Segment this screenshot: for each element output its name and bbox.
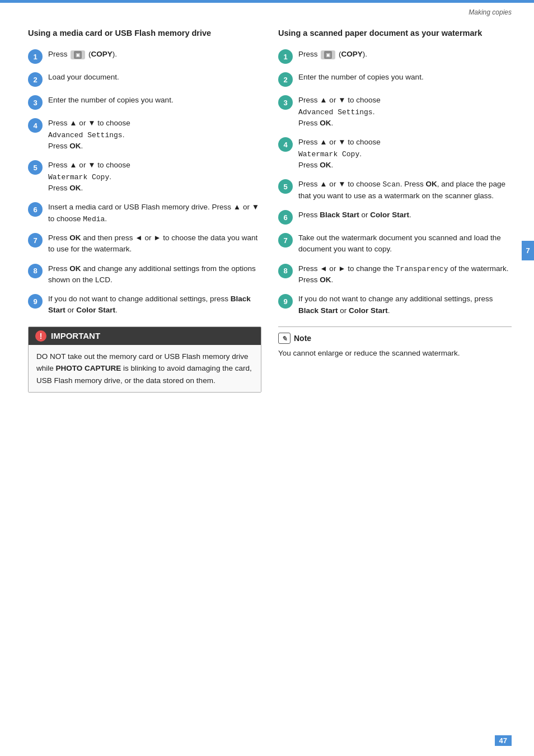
step-text-r3: Press ▲ or ▼ to choose Advanced Settings… bbox=[298, 95, 381, 129]
step-text-r9: If you do not want to change any additio… bbox=[298, 293, 512, 316]
step-badge-3: 3 bbox=[28, 95, 43, 110]
list-item: 1 Press ▣ (COPY). bbox=[278, 49, 512, 64]
list-item: 4 Press ▲ or ▼ to choose Watermark Copy.… bbox=[278, 137, 512, 171]
copy-button-icon-r: ▣ bbox=[321, 50, 335, 59]
copy-label-r: COPY bbox=[341, 50, 363, 58]
list-item: 9 If you do not want to change additiona… bbox=[28, 293, 261, 316]
step-text-6: Insert a media card or USB Flash memory … bbox=[48, 202, 261, 225]
note-body: You cannot enlarge or reduce the scanned… bbox=[278, 347, 512, 360]
important-icon: ! bbox=[35, 330, 46, 342]
step-text-r5: Press ▲ or ▼ to choose Scan. Press OK, a… bbox=[298, 179, 512, 202]
list-item: 1 Press ▣ (COPY). bbox=[28, 49, 261, 64]
mono-watermark-copy: Watermark Copy bbox=[48, 173, 109, 181]
left-section-title: Using a media card or USB Flash memory d… bbox=[28, 27, 261, 39]
page-footer: 47 bbox=[495, 736, 512, 745]
list-item: 8 Press OK and change any additional set… bbox=[28, 263, 261, 286]
important-header: ! IMPORTANT bbox=[29, 327, 261, 345]
list-item: 7 Take out the watermark document you sc… bbox=[278, 232, 512, 255]
right-step-list: 1 Press ▣ (COPY). 2 Enter the number of … bbox=[278, 49, 512, 316]
list-item: 2 Load your document. bbox=[28, 72, 261, 87]
list-item: 9 If you do not want to change any addit… bbox=[278, 293, 512, 316]
mono-transparency: Transparency bbox=[396, 265, 448, 273]
step-badge-7: 7 bbox=[28, 233, 43, 248]
list-item: 3 Enter the number of copies you want. bbox=[28, 95, 261, 110]
copy-btn-inner-icon: ▣ bbox=[74, 51, 82, 59]
list-item: 5 Press ▲ or ▼ to choose Watermark Copy.… bbox=[28, 160, 261, 194]
step-badge-r1: 1 bbox=[278, 49, 293, 64]
step-badge-9: 9 bbox=[28, 294, 43, 309]
right-section: Using a scanned paper document as your w… bbox=[278, 27, 512, 393]
list-item: 4 Press ▲ or ▼ to choose Advanced Settin… bbox=[28, 118, 261, 152]
step-text-5: Press ▲ or ▼ to choose Watermark Copy. P… bbox=[48, 160, 130, 194]
step-badge-4: 4 bbox=[28, 118, 43, 133]
step-text-r7: Take out the watermark document you scan… bbox=[298, 232, 512, 255]
left-step-list: 1 Press ▣ (COPY). 2 Load your document. … bbox=[28, 49, 261, 316]
step-text-9: If you do not want to change additional … bbox=[48, 293, 261, 316]
list-item: 6 Press Black Start or Color Start. bbox=[278, 209, 512, 225]
mono-watermark-copy-r: Watermark Copy bbox=[298, 150, 359, 158]
ok-label: OK bbox=[69, 142, 81, 150]
step-text-4: Press ▲ or ▼ to choose Advanced Settings… bbox=[48, 118, 130, 152]
step-text-1: Press ▣ (COPY). bbox=[48, 49, 117, 60]
step-text-r1: Press ▣ (COPY). bbox=[298, 49, 367, 60]
page-tab-number: 7 bbox=[522, 241, 534, 260]
important-title: IMPORTANT bbox=[51, 331, 100, 340]
ok-label-5: OK bbox=[69, 184, 81, 192]
step-text-7: Press OK and then press ◄ or ► to choose… bbox=[48, 232, 261, 255]
step-badge-r3: 3 bbox=[278, 95, 293, 110]
step-badge-2: 2 bbox=[28, 72, 43, 87]
header-text: Making copies bbox=[469, 8, 512, 16]
page-header: Making copies bbox=[0, 3, 534, 16]
step-badge-r7: 7 bbox=[278, 233, 293, 248]
step-badge-r9: 9 bbox=[278, 294, 293, 309]
step-badge-8: 8 bbox=[28, 264, 43, 278]
step-badge-6: 6 bbox=[28, 202, 43, 217]
note-label: Note bbox=[294, 334, 311, 343]
step-badge-r8: 8 bbox=[278, 264, 293, 278]
copy-button-icon: ▣ bbox=[71, 50, 85, 59]
copy-label: COPY bbox=[91, 50, 113, 58]
important-box: ! IMPORTANT DO NOT take out the memory c… bbox=[28, 326, 261, 393]
step-text-r6: Press Black Start or Color Start. bbox=[298, 209, 411, 221]
left-section: Using a media card or USB Flash memory d… bbox=[28, 27, 261, 393]
list-item: 6 Insert a media card or USB Flash memor… bbox=[28, 202, 261, 225]
list-item: 7 Press OK and then press ◄ or ► to choo… bbox=[28, 232, 261, 255]
step-text-8: Press OK and change any additional setti… bbox=[48, 263, 261, 286]
step-text-3: Enter the number of copies you want. bbox=[48, 95, 174, 106]
step-text-2: Load your document. bbox=[48, 72, 119, 83]
mono-media: Media bbox=[83, 215, 105, 223]
step-badge-r6: 6 bbox=[278, 210, 293, 225]
mono-adv-settings-r: Advanced Settings bbox=[298, 108, 373, 116]
copy-btn-inner-icon-r: ▣ bbox=[324, 51, 332, 59]
note-header: Note bbox=[278, 333, 512, 344]
step-badge-r4: 4 bbox=[278, 137, 293, 152]
mono-advanced-settings: Advanced Settings bbox=[48, 131, 123, 139]
list-item: 8 Press ◄ or ► to change the Transparenc… bbox=[278, 263, 512, 286]
step-text-r8: Press ◄ or ► to change the Transparency … bbox=[298, 263, 512, 286]
step-text-r4: Press ▲ or ▼ to choose Watermark Copy. P… bbox=[298, 137, 381, 171]
step-badge-r5: 5 bbox=[278, 179, 293, 194]
list-item: 3 Press ▲ or ▼ to choose Advanced Settin… bbox=[278, 95, 512, 129]
step-text-r2: Enter the number of copies you want. bbox=[298, 72, 424, 83]
note-icon bbox=[278, 333, 291, 344]
important-body: DO NOT take out the memory card or USB F… bbox=[29, 345, 261, 393]
step-badge-1: 1 bbox=[28, 49, 43, 64]
right-section-title: Using a scanned paper document as your w… bbox=[278, 27, 512, 39]
mono-scan: Scan bbox=[383, 180, 400, 189]
step-badge-5: 5 bbox=[28, 160, 43, 175]
step-badge-r2: 2 bbox=[278, 72, 293, 87]
list-item: 2 Enter the number of copies you want. bbox=[278, 72, 512, 87]
page-number: 47 bbox=[495, 735, 512, 746]
note-box: Note You cannot enlarge or reduce the sc… bbox=[278, 326, 512, 360]
list-item: 5 Press ▲ or ▼ to choose Scan. Press OK,… bbox=[278, 179, 512, 202]
